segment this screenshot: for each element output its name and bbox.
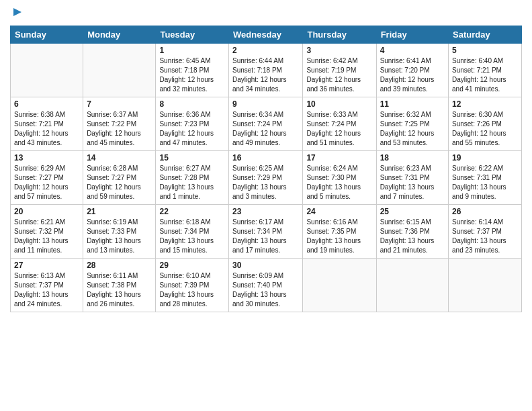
calendar-cell: 1Sunrise: 6:45 AM Sunset: 7:18 PM Daylig… (156, 44, 229, 97)
day-number: 21 (87, 207, 152, 216)
day-info: Sunrise: 6:45 AM Sunset: 7:18 PM Dayligh… (159, 56, 225, 94)
calendar-cell: 17Sunrise: 6:24 AM Sunset: 7:30 PM Dayli… (303, 151, 376, 205)
logo (10, 7, 21, 20)
day-number: 23 (232, 207, 299, 216)
day-number: 12 (452, 99, 518, 109)
calendar-cell: 18Sunrise: 6:23 AM Sunset: 7:31 PM Dayli… (376, 151, 448, 205)
day-number: 8 (159, 99, 225, 109)
calendar-header-tuesday: Tuesday (156, 26, 229, 44)
calendar-cell (449, 259, 522, 312)
day-number: 20 (14, 207, 79, 216)
logo-arrow-icon (12, 7, 21, 20)
calendar-header-wednesday: Wednesday (229, 26, 303, 44)
calendar-week-1: 1Sunrise: 6:45 AM Sunset: 7:18 PM Daylig… (11, 44, 522, 97)
calendar-cell: 7Sunrise: 6:37 AM Sunset: 7:22 PM Daylig… (83, 97, 156, 151)
day-info: Sunrise: 6:37 AM Sunset: 7:22 PM Dayligh… (87, 110, 152, 148)
calendar-cell: 2Sunrise: 6:44 AM Sunset: 7:18 PM Daylig… (229, 44, 303, 97)
calendar-cell (83, 44, 156, 97)
day-info: Sunrise: 6:25 AM Sunset: 7:29 PM Dayligh… (232, 164, 299, 201)
day-number: 3 (306, 46, 372, 55)
calendar-cell: 19Sunrise: 6:22 AM Sunset: 7:31 PM Dayli… (449, 151, 522, 205)
day-number: 1 (159, 46, 225, 55)
day-number: 9 (232, 99, 299, 109)
day-number: 28 (87, 261, 152, 270)
day-number: 4 (380, 46, 445, 55)
day-info: Sunrise: 6:40 AM Sunset: 7:21 PM Dayligh… (452, 56, 518, 94)
calendar-week-3: 13Sunrise: 6:29 AM Sunset: 7:27 PM Dayli… (11, 151, 522, 205)
day-info: Sunrise: 6:41 AM Sunset: 7:20 PM Dayligh… (380, 56, 445, 94)
calendar-cell (376, 259, 448, 312)
day-number: 5 (452, 46, 518, 55)
calendar-cell: 5Sunrise: 6:40 AM Sunset: 7:21 PM Daylig… (449, 44, 522, 97)
calendar-cell: 28Sunrise: 6:11 AM Sunset: 7:38 PM Dayli… (83, 259, 156, 312)
day-info: Sunrise: 6:16 AM Sunset: 7:35 PM Dayligh… (306, 218, 372, 255)
day-info: Sunrise: 6:09 AM Sunset: 7:40 PM Dayligh… (232, 271, 299, 309)
calendar-cell: 6Sunrise: 6:38 AM Sunset: 7:21 PM Daylig… (11, 97, 83, 151)
calendar-cell: 13Sunrise: 6:29 AM Sunset: 7:27 PM Dayli… (11, 151, 83, 205)
day-number: 15 (159, 153, 225, 163)
calendar-header-sunday: Sunday (11, 26, 83, 44)
calendar-week-2: 6Sunrise: 6:38 AM Sunset: 7:21 PM Daylig… (11, 97, 522, 151)
day-info: Sunrise: 6:21 AM Sunset: 7:32 PM Dayligh… (14, 218, 79, 255)
day-info: Sunrise: 6:24 AM Sunset: 7:30 PM Dayligh… (306, 164, 372, 201)
calendar-cell: 22Sunrise: 6:18 AM Sunset: 7:34 PM Dayli… (156, 205, 229, 259)
day-number: 11 (380, 99, 445, 109)
day-number: 25 (380, 207, 445, 216)
calendar-cell: 11Sunrise: 6:32 AM Sunset: 7:25 PM Dayli… (376, 97, 448, 151)
calendar-header-monday: Monday (83, 26, 156, 44)
calendar-cell: 30Sunrise: 6:09 AM Sunset: 7:40 PM Dayli… (229, 259, 303, 312)
calendar-cell (303, 259, 376, 312)
day-info: Sunrise: 6:42 AM Sunset: 7:19 PM Dayligh… (306, 56, 372, 94)
calendar-cell: 16Sunrise: 6:25 AM Sunset: 7:29 PM Dayli… (229, 151, 303, 205)
day-number: 17 (306, 153, 372, 163)
day-number: 10 (306, 99, 372, 109)
svg-marker-0 (13, 8, 21, 16)
day-info: Sunrise: 6:15 AM Sunset: 7:36 PM Dayligh… (380, 218, 445, 255)
day-info: Sunrise: 6:17 AM Sunset: 7:34 PM Dayligh… (232, 218, 299, 255)
calendar-table: SundayMondayTuesdayWednesdayThursdayFrid… (10, 26, 522, 312)
logo-line1 (10, 7, 21, 20)
day-info: Sunrise: 6:11 AM Sunset: 7:38 PM Dayligh… (87, 271, 152, 309)
calendar-cell: 12Sunrise: 6:30 AM Sunset: 7:26 PM Dayli… (449, 97, 522, 151)
calendar-cell: 3Sunrise: 6:42 AM Sunset: 7:19 PM Daylig… (303, 44, 376, 97)
day-number: 27 (14, 261, 79, 270)
day-info: Sunrise: 6:32 AM Sunset: 7:25 PM Dayligh… (380, 110, 445, 148)
day-info: Sunrise: 6:30 AM Sunset: 7:26 PM Dayligh… (452, 110, 518, 148)
calendar-header-friday: Friday (376, 26, 448, 44)
calendar-week-4: 20Sunrise: 6:21 AM Sunset: 7:32 PM Dayli… (11, 205, 522, 259)
calendar-cell: 9Sunrise: 6:34 AM Sunset: 7:24 PM Daylig… (229, 97, 303, 151)
day-number: 24 (306, 207, 372, 216)
calendar-cell: 4Sunrise: 6:41 AM Sunset: 7:20 PM Daylig… (376, 44, 448, 97)
page: SundayMondayTuesdayWednesdayThursdayFrid… (0, 0, 532, 411)
day-info: Sunrise: 6:33 AM Sunset: 7:24 PM Dayligh… (306, 110, 372, 148)
day-number: 22 (159, 207, 225, 216)
calendar-cell: 10Sunrise: 6:33 AM Sunset: 7:24 PM Dayli… (303, 97, 376, 151)
calendar-cell: 29Sunrise: 6:10 AM Sunset: 7:39 PM Dayli… (156, 259, 229, 312)
day-info: Sunrise: 6:28 AM Sunset: 7:27 PM Dayligh… (87, 164, 152, 201)
calendar-cell: 25Sunrise: 6:15 AM Sunset: 7:36 PM Dayli… (376, 205, 448, 259)
day-number: 19 (452, 153, 518, 163)
day-number: 16 (232, 153, 299, 163)
day-info: Sunrise: 6:38 AM Sunset: 7:21 PM Dayligh… (14, 110, 79, 148)
day-info: Sunrise: 6:10 AM Sunset: 7:39 PM Dayligh… (159, 271, 225, 309)
day-number: 14 (87, 153, 152, 163)
day-number: 26 (452, 207, 518, 216)
day-info: Sunrise: 6:44 AM Sunset: 7:18 PM Dayligh… (232, 56, 299, 94)
day-info: Sunrise: 6:36 AM Sunset: 7:23 PM Dayligh… (159, 110, 225, 148)
calendar-cell: 21Sunrise: 6:19 AM Sunset: 7:33 PM Dayli… (83, 205, 156, 259)
day-number: 13 (14, 153, 79, 163)
calendar-cell: 23Sunrise: 6:17 AM Sunset: 7:34 PM Dayli… (229, 205, 303, 259)
calendar-cell: 8Sunrise: 6:36 AM Sunset: 7:23 PM Daylig… (156, 97, 229, 151)
calendar-header-thursday: Thursday (303, 26, 376, 44)
calendar-header-saturday: Saturday (449, 26, 522, 44)
day-info: Sunrise: 6:18 AM Sunset: 7:34 PM Dayligh… (159, 218, 225, 255)
day-info: Sunrise: 6:23 AM Sunset: 7:31 PM Dayligh… (380, 164, 445, 201)
calendar-cell: 24Sunrise: 6:16 AM Sunset: 7:35 PM Dayli… (303, 205, 376, 259)
calendar-cell: 20Sunrise: 6:21 AM Sunset: 7:32 PM Dayli… (11, 205, 83, 259)
calendar-cell: 26Sunrise: 6:14 AM Sunset: 7:37 PM Dayli… (449, 205, 522, 259)
day-number: 30 (232, 261, 299, 270)
day-number: 18 (380, 153, 445, 163)
day-info: Sunrise: 6:14 AM Sunset: 7:37 PM Dayligh… (452, 218, 518, 255)
day-number: 2 (232, 46, 299, 55)
day-info: Sunrise: 6:29 AM Sunset: 7:27 PM Dayligh… (14, 164, 79, 201)
